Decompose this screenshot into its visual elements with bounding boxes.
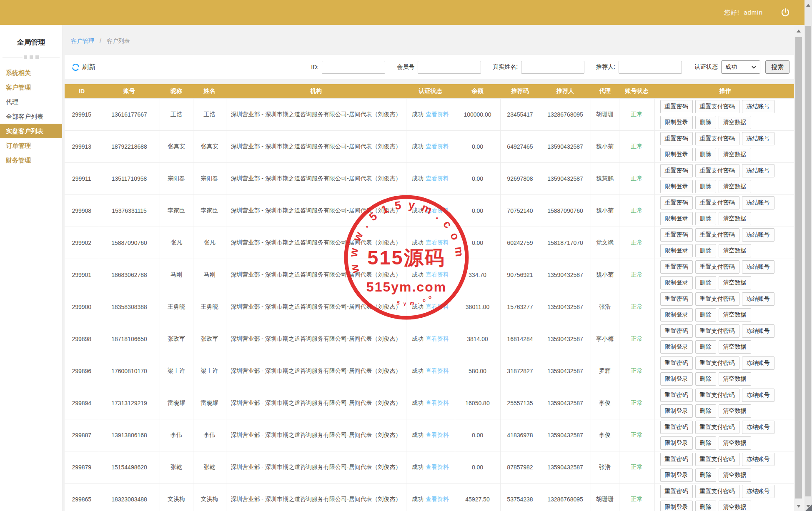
action-button-删除[interactable]: 删除 <box>695 116 716 129</box>
action-button-限制登录[interactable]: 限制登录 <box>660 372 693 386</box>
action-button-重置支付密码[interactable]: 重置支付密码 <box>695 356 739 370</box>
action-button-冻结账号[interactable]: 冻结账号 <box>742 260 774 274</box>
action-button-删除[interactable]: 删除 <box>695 148 716 161</box>
view-profile-link[interactable]: 查看资料 <box>426 367 449 374</box>
view-profile-link[interactable]: 查看资料 <box>426 399 449 406</box>
view-profile-link[interactable]: 查看资料 <box>426 335 449 342</box>
action-button-重置支付密码[interactable]: 重置支付密码 <box>695 164 739 177</box>
breadcrumb-link[interactable]: 客户管理 <box>71 37 94 44</box>
action-button-重置支付密码[interactable]: 重置支付密码 <box>695 260 739 274</box>
page-scroll-up-arrow[interactable] <box>804 0 812 10</box>
action-button-重置密码[interactable]: 重置密码 <box>660 196 693 209</box>
action-button-冻结账号[interactable]: 冻结账号 <box>742 100 774 113</box>
action-button-删除[interactable]: 删除 <box>695 244 716 257</box>
view-profile-link[interactable]: 查看资料 <box>426 207 449 214</box>
action-button-限制登录[interactable]: 限制登录 <box>660 244 693 257</box>
view-profile-link[interactable]: 查看资料 <box>426 111 449 117</box>
action-button-重置支付密码[interactable]: 重置支付密码 <box>695 132 739 145</box>
action-button-冻结账号[interactable]: 冻结账号 <box>742 453 774 466</box>
action-button-重置密码[interactable]: 重置密码 <box>660 228 693 242</box>
action-button-清空数据[interactable]: 清空数据 <box>719 340 751 354</box>
action-button-重置密码[interactable]: 重置密码 <box>660 324 693 338</box>
view-profile-link[interactable]: 查看资料 <box>426 496 449 502</box>
action-button-冻结账号[interactable]: 冻结账号 <box>742 389 774 402</box>
action-button-限制登录[interactable]: 限制登录 <box>660 212 693 225</box>
action-button-限制登录[interactable]: 限制登录 <box>660 276 693 289</box>
view-profile-link[interactable]: 查看资料 <box>426 175 449 182</box>
action-button-冻结账号[interactable]: 冻结账号 <box>742 356 774 370</box>
action-button-重置密码[interactable]: 重置密码 <box>660 485 693 498</box>
action-button-重置支付密码[interactable]: 重置支付密码 <box>695 485 739 498</box>
view-profile-link[interactable]: 查看资料 <box>426 239 449 246</box>
action-button-重置支付密码[interactable]: 重置支付密码 <box>695 292 739 306</box>
action-button-删除[interactable]: 删除 <box>695 372 716 386</box>
sidebar-item-财务管理[interactable]: 财务管理 <box>0 153 62 167</box>
action-button-重置密码[interactable]: 重置密码 <box>660 260 693 274</box>
action-button-限制登录[interactable]: 限制登录 <box>660 501 693 511</box>
action-button-删除[interactable]: 删除 <box>695 436 716 450</box>
action-button-清空数据[interactable]: 清空数据 <box>719 469 751 482</box>
sidebar-item-订单管理[interactable]: 订单管理 <box>0 138 62 153</box>
action-button-重置密码[interactable]: 重置密码 <box>660 292 693 306</box>
action-button-清空数据[interactable]: 清空数据 <box>719 212 751 225</box>
content-scrollbar[interactable] <box>794 26 803 511</box>
sidebar-item-代理[interactable]: 代理 <box>0 95 62 109</box>
action-button-重置支付密码[interactable]: 重置支付密码 <box>695 453 739 466</box>
action-button-重置密码[interactable]: 重置密码 <box>660 132 693 145</box>
action-button-冻结账号[interactable]: 冻结账号 <box>742 421 774 434</box>
logout-power-icon[interactable] <box>780 7 791 18</box>
action-button-重置密码[interactable]: 重置密码 <box>660 389 693 402</box>
action-button-限制登录[interactable]: 限制登录 <box>660 148 693 161</box>
sidebar-item-全部客户列表[interactable]: 全部客户列表 <box>0 109 62 124</box>
action-button-限制登录[interactable]: 限制登录 <box>660 308 693 322</box>
sidebar-item-客户管理[interactable]: 客户管理 <box>0 80 62 95</box>
action-button-冻结账号[interactable]: 冻结账号 <box>742 164 774 177</box>
filter-input-1[interactable] <box>418 61 481 74</box>
page-scrollbar[interactable] <box>804 0 812 511</box>
filter-input-0[interactable] <box>322 61 385 74</box>
sidebar-item-实盘客户列表[interactable]: 实盘客户列表 <box>0 124 62 138</box>
filter-input-2[interactable] <box>521 61 584 74</box>
action-button-删除[interactable]: 删除 <box>695 308 716 322</box>
action-button-清空数据[interactable]: 清空数据 <box>719 180 751 193</box>
scroll-up-arrow[interactable] <box>794 26 803 36</box>
action-button-冻结账号[interactable]: 冻结账号 <box>742 228 774 242</box>
action-button-删除[interactable]: 删除 <box>695 501 716 511</box>
action-button-清空数据[interactable]: 清空数据 <box>719 436 751 450</box>
action-button-重置密码[interactable]: 重置密码 <box>660 164 693 177</box>
action-button-限制登录[interactable]: 限制登录 <box>660 436 693 450</box>
action-button-清空数据[interactable]: 清空数据 <box>719 501 751 511</box>
action-button-清空数据[interactable]: 清空数据 <box>719 276 751 289</box>
action-button-冻结账号[interactable]: 冻结账号 <box>742 292 774 306</box>
action-button-重置密码[interactable]: 重置密码 <box>660 100 693 113</box>
action-button-清空数据[interactable]: 清空数据 <box>719 148 751 161</box>
action-button-限制登录[interactable]: 限制登录 <box>660 340 693 354</box>
action-button-限制登录[interactable]: 限制登录 <box>660 180 693 193</box>
action-button-清空数据[interactable]: 清空数据 <box>719 308 751 322</box>
action-button-重置支付密码[interactable]: 重置支付密码 <box>695 100 739 113</box>
action-button-限制登录[interactable]: 限制登录 <box>660 404 693 418</box>
search-button[interactable]: 搜索 <box>765 60 789 74</box>
action-button-删除[interactable]: 删除 <box>695 469 716 482</box>
auth-status-select[interactable]: 成功 <box>721 60 760 74</box>
scroll-down-arrow[interactable] <box>794 501 803 511</box>
action-button-重置支付密码[interactable]: 重置支付密码 <box>695 196 739 209</box>
action-button-重置支付密码[interactable]: 重置支付密码 <box>695 421 739 434</box>
page-scrollbar-thumb[interactable] <box>805 26 811 496</box>
view-profile-link[interactable]: 查看资料 <box>426 464 449 470</box>
action-button-删除[interactable]: 删除 <box>695 404 716 418</box>
view-profile-link[interactable]: 查看资料 <box>426 271 449 278</box>
action-button-重置密码[interactable]: 重置密码 <box>660 356 693 370</box>
view-profile-link[interactable]: 查看资料 <box>426 431 449 438</box>
action-button-删除[interactable]: 删除 <box>695 180 716 193</box>
action-button-重置密码[interactable]: 重置密码 <box>660 453 693 466</box>
action-button-删除[interactable]: 删除 <box>695 276 716 289</box>
action-button-清空数据[interactable]: 清空数据 <box>719 116 751 129</box>
action-button-限制登录[interactable]: 限制登录 <box>660 116 693 129</box>
view-profile-link[interactable]: 查看资料 <box>426 303 449 310</box>
action-button-重置密码[interactable]: 重置密码 <box>660 421 693 434</box>
sidebar-item-系统相关[interactable]: 系统相关 <box>0 65 62 80</box>
action-button-限制登录[interactable]: 限制登录 <box>660 469 693 482</box>
action-button-删除[interactable]: 删除 <box>695 212 716 225</box>
action-button-冻结账号[interactable]: 冻结账号 <box>742 485 774 498</box>
